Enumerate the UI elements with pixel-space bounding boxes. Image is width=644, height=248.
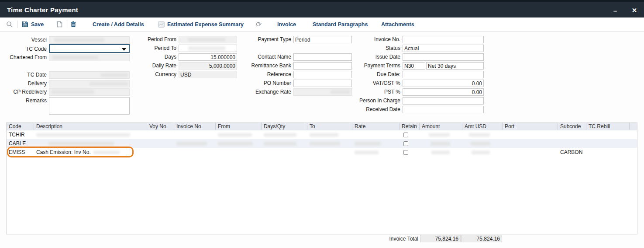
issue-date-input[interactable]: [403, 53, 484, 61]
table-row-cable[interactable]: CABLE: [7, 139, 637, 148]
currency-label: Currency: [131, 71, 179, 77]
toolbar-separator: [17, 21, 17, 28]
reference-label: Reference: [245, 71, 293, 77]
vessel-label: Vessel: [2, 36, 49, 43]
table-header: Code Description Voy No. Invoice No. Fro…: [7, 123, 637, 130]
save-label: Save: [31, 21, 44, 28]
col-header-description[interactable]: Description: [34, 123, 147, 130]
table-row-tchir[interactable]: TCHIR: [7, 130, 637, 139]
cell-from: [216, 142, 262, 146]
close-button[interactable]: ✕: [625, 3, 644, 18]
col-header-amt-usd[interactable]: Amt USD: [462, 123, 503, 130]
days-field[interactable]: 15.000000: [179, 53, 237, 61]
emiss-description: Cash Emission: Inv No.: [36, 149, 91, 155]
col-header-code[interactable]: Code: [7, 123, 34, 130]
minimize-icon: –: [613, 7, 617, 14]
col-header-invoice-no[interactable]: Invoice No.: [174, 123, 216, 130]
close-icon: ✕: [632, 7, 637, 14]
daily-rate-label: Daily Rate: [131, 62, 179, 69]
search-button[interactable]: [6, 17, 13, 31]
standard-paragraphs-label: Standard Paragraphs: [313, 21, 368, 28]
attachments-label: Attachments: [381, 21, 414, 28]
refresh-button[interactable]: ⟳: [256, 17, 262, 31]
contact-name-label: Contact Name: [245, 53, 293, 60]
create-add-details-button[interactable]: Create / Add Details: [93, 17, 144, 31]
payment-terms-code-value: N30: [404, 63, 414, 69]
status-field[interactable]: Actual: [403, 45, 484, 52]
col-header-days-qty[interactable]: Days/Qty: [262, 123, 307, 130]
col-header-voy-no[interactable]: Voy No.: [147, 123, 174, 130]
period-from-field: [179, 36, 237, 43]
period-to-field[interactable]: [179, 45, 237, 52]
cell-subcode: CARBON: [558, 149, 586, 155]
window-title: Time Charter Payment: [0, 6, 78, 14]
save-icon: [22, 21, 28, 28]
remarks-input[interactable]: [49, 97, 130, 115]
due-date-input[interactable]: [403, 71, 484, 78]
cell-description: Cash Emission: Inv No.: [34, 149, 147, 155]
pst-value: 0.00: [472, 89, 482, 95]
cell-amt-usd: [462, 142, 503, 146]
po-number-label: PO Number: [245, 80, 293, 86]
col-header-to[interactable]: To: [307, 123, 352, 130]
delivery-label: Delivery: [2, 80, 49, 87]
daily-rate-value: 5,000.0000: [209, 63, 235, 69]
dropdown-arrow-icon: [122, 48, 126, 51]
col-header-filler: [630, 123, 637, 130]
payment-type-label: Payment Type: [245, 36, 293, 42]
payment-terms-desc-value: Net 30 days: [428, 63, 456, 69]
received-date-input[interactable]: [403, 106, 484, 113]
copy-button[interactable]: [57, 17, 62, 31]
cell-description: [34, 133, 147, 137]
payment-terms-desc-field[interactable]: Net 30 days: [426, 62, 484, 70]
invoice-label: Invoice: [277, 21, 296, 28]
retain-checkbox[interactable]: [403, 133, 408, 137]
payment-terms-code-field[interactable]: N30: [403, 62, 425, 70]
vat-gst-field[interactable]: 0.00: [403, 80, 484, 87]
estimated-expense-summary-label: Estimated Expense Summary: [167, 21, 244, 28]
cell-amount: [420, 142, 462, 146]
table-row-emiss[interactable]: EMISS Cash Emission: Inv No. CARBON: [7, 148, 637, 157]
due-date-label: Due Date:: [341, 71, 403, 77]
person-in-charge-input[interactable]: [403, 97, 484, 105]
days-label: Days: [131, 53, 179, 60]
col-header-rate[interactable]: Rate: [352, 123, 399, 130]
payment-terms-label: Payment Terms: [341, 62, 403, 69]
invoice-button[interactable]: Invoice: [277, 17, 296, 31]
cell-rate: [352, 150, 399, 154]
cell-amt-usd: [462, 133, 503, 137]
col-header-subcode[interactable]: Subcode: [558, 123, 586, 130]
currency-field: USD: [179, 71, 237, 78]
chartered-from-label: Chartered From: [2, 54, 49, 60]
col-header-tc-rebill[interactable]: TC Rebill: [586, 123, 630, 130]
tc-code-dropdown[interactable]: [49, 44, 130, 53]
cell-days-qty: [262, 133, 307, 137]
pst-field[interactable]: 0.00: [403, 88, 484, 96]
cell-amt-usd: [462, 150, 503, 154]
delete-button[interactable]: [70, 17, 76, 31]
col-header-port[interactable]: Port: [503, 123, 558, 130]
save-button[interactable]: Save: [22, 17, 44, 31]
cp-redelivery-field: [49, 88, 130, 96]
cell-days-qty: [262, 142, 307, 146]
retain-checkbox[interactable]: [403, 141, 408, 146]
cp-redelivery-label: CP Redelivery: [2, 88, 49, 95]
cell-retain: [399, 141, 420, 146]
attachments-button[interactable]: Attachments: [381, 17, 414, 31]
minimize-button[interactable]: –: [606, 3, 625, 18]
cell-to: [307, 142, 352, 146]
retain-checkbox[interactable]: [403, 150, 408, 155]
standard-paragraphs-button[interactable]: Standard Paragraphs: [313, 17, 368, 31]
pst-label: PST %: [341, 88, 403, 95]
cell-code: TCHIR: [7, 132, 34, 138]
col-header-from[interactable]: From: [216, 123, 262, 130]
col-header-amount[interactable]: Amount: [420, 123, 462, 130]
cell-retain: [399, 133, 420, 137]
time-charter-payment-window: Time Charter Payment – ✕ Save: [0, 0, 644, 248]
invoice-no-input[interactable]: [403, 36, 484, 43]
daily-rate-field: 5,000.0000: [179, 62, 237, 70]
tc-date-field: [49, 71, 130, 79]
col-header-retain[interactable]: Retain: [399, 123, 420, 130]
estimated-expense-summary-button[interactable]: Estimated Expense Summary: [158, 17, 244, 31]
remarks-label: Remarks: [2, 97, 49, 104]
